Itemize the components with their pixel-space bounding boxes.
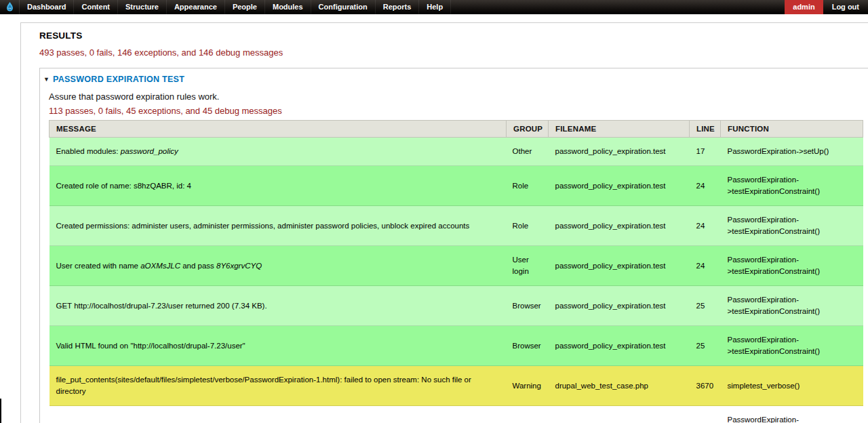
function-cell: PasswordExpiration->testExpirationConstr… bbox=[721, 406, 863, 423]
message-text: GET http://localhost/drupal-7.23/user re… bbox=[56, 302, 267, 310]
toolbar-item-modules[interactable]: Modules bbox=[265, 0, 311, 14]
message-cell: GET http://localhost/drupal-7.23/user re… bbox=[50, 286, 507, 326]
result-row: Verbose messageDebugpassword_policy_expi… bbox=[50, 406, 863, 423]
results-table-body: Enabled modules: password_policyOtherpas… bbox=[50, 138, 863, 423]
message-cell: Created role of name: s8hzQABR, id: 4 bbox=[50, 166, 507, 206]
toolbar-item-people[interactable]: People bbox=[225, 0, 265, 14]
filename-cell: drupal_web_test_case.php bbox=[549, 366, 690, 406]
message-text: and pass bbox=[180, 262, 216, 270]
function-cell: PasswordExpiration->testExpirationConstr… bbox=[721, 326, 863, 366]
line-cell: 25 bbox=[690, 406, 721, 423]
group-cell: Role bbox=[507, 166, 549, 206]
group-cell: Role bbox=[507, 206, 549, 246]
line-cell: 24 bbox=[690, 246, 721, 286]
filename-cell: password_policy_expiration.test bbox=[549, 166, 690, 206]
viewport-edge-artifact bbox=[0, 399, 1, 423]
toolbar-item-dashboard[interactable]: Dashboard bbox=[20, 0, 74, 14]
main-content: RESULTS 493 passes, 0 fails, 146 excepti… bbox=[20, 22, 868, 423]
message-emphasis: password_policy bbox=[121, 147, 178, 155]
function-cell: simpletest_verbose() bbox=[721, 366, 863, 406]
message-cell: User created with name aOXMsJLC and pass… bbox=[50, 246, 507, 286]
message-text: file_put_contents(sites/default/files/si… bbox=[56, 376, 471, 395]
filename-cell: password_policy_expiration.test bbox=[549, 406, 690, 423]
column-header-function: FUNCTION bbox=[721, 121, 863, 138]
column-header-message: MESSAGE bbox=[50, 121, 507, 138]
toolbar-item-configuration[interactable]: Configuration bbox=[311, 0, 376, 14]
function-cell: PasswordExpiration->testExpirationConstr… bbox=[721, 206, 863, 246]
message-text: User created with name bbox=[56, 262, 141, 270]
message-cell: Created permissions: administer users, a… bbox=[50, 206, 507, 246]
results-table: MESSAGEGROUPFILENAMELINEFUNCTION Enabled… bbox=[49, 120, 863, 423]
message-cell: Valid HTML found on "http://localhost/dr… bbox=[50, 326, 507, 366]
line-cell: 25 bbox=[690, 286, 721, 326]
line-cell: 17 bbox=[690, 138, 721, 166]
message-emphasis: aOXMsJLC bbox=[140, 262, 180, 270]
toolbar-item-reports[interactable]: Reports bbox=[376, 0, 420, 14]
line-cell: 25 bbox=[690, 326, 721, 366]
message-cell: Enabled modules: password_policy bbox=[50, 138, 507, 166]
message-text: Valid HTML found on "http://localhost/dr… bbox=[56, 342, 245, 350]
group-cell: Debug bbox=[507, 406, 549, 423]
result-row: User created with name aOXMsJLC and pass… bbox=[50, 246, 863, 286]
filename-cell: password_policy_expiration.test bbox=[549, 246, 690, 286]
result-row: Valid HTML found on "http://localhost/dr… bbox=[50, 326, 863, 366]
function-cell: PasswordExpiration->testExpirationConstr… bbox=[721, 286, 863, 326]
line-cell: 24 bbox=[690, 206, 721, 246]
function-cell: PasswordExpiration->testExpirationConstr… bbox=[721, 246, 863, 286]
fieldset-description: Assure that password expiration rules wo… bbox=[49, 92, 868, 102]
column-header-filename: FILENAME bbox=[549, 121, 690, 138]
admin-user-button[interactable]: admin bbox=[785, 0, 823, 14]
collapse-arrow-icon: ▼ bbox=[43, 77, 50, 83]
fieldset-title-link[interactable]: PASSWORD EXPIRATION TEST bbox=[53, 75, 184, 84]
line-cell: 24 bbox=[690, 166, 721, 206]
test-fieldset: ▼ PASSWORD EXPIRATION TEST Assure that p… bbox=[39, 68, 868, 423]
message-text: Created permissions: administer users, a… bbox=[56, 222, 470, 230]
toolbar-item-content[interactable]: Content bbox=[74, 0, 118, 14]
toolbar-menu: DashboardContentStructureAppearancePeopl… bbox=[20, 0, 451, 14]
table-header-row: MESSAGEGROUPFILENAMELINEFUNCTION bbox=[50, 121, 863, 138]
message-cell: Verbose message bbox=[50, 406, 507, 423]
filename-cell: password_policy_expiration.test bbox=[549, 138, 690, 166]
message-text: Enabled modules: bbox=[56, 147, 121, 155]
fieldset-summary: 113 passes, 0 fails, 45 exceptions, and … bbox=[49, 106, 868, 116]
message-emphasis: 8Y6xgrvCYQ bbox=[216, 262, 262, 270]
toolbar-spacer bbox=[451, 0, 785, 14]
toolbar-item-help[interactable]: Help bbox=[419, 0, 451, 14]
message-cell: file_put_contents(sites/default/files/si… bbox=[50, 366, 507, 406]
result-row: file_put_contents(sites/default/files/si… bbox=[50, 366, 863, 406]
function-cell: PasswordExpiration->testExpirationConstr… bbox=[721, 166, 863, 206]
group-cell: Browser bbox=[507, 326, 549, 366]
overall-summary: 493 passes, 0 fails, 146 exceptions, and… bbox=[39, 47, 868, 58]
filename-cell: password_policy_expiration.test bbox=[549, 206, 690, 246]
column-header-group: GROUP bbox=[507, 121, 549, 138]
result-row: Enabled modules: password_policyOtherpas… bbox=[50, 138, 863, 166]
result-row: GET http://localhost/drupal-7.23/user re… bbox=[50, 286, 863, 326]
filename-cell: password_policy_expiration.test bbox=[549, 286, 690, 326]
group-cell: Warning bbox=[507, 366, 549, 406]
admin-toolbar: DashboardContentStructureAppearancePeopl… bbox=[0, 0, 868, 14]
group-cell: Browser bbox=[507, 286, 549, 326]
group-cell: User login bbox=[507, 246, 549, 286]
logout-button[interactable]: Log out bbox=[823, 0, 868, 14]
column-header-line: LINE bbox=[690, 121, 721, 138]
result-row: Created role of name: s8hzQABR, id: 4Rol… bbox=[50, 166, 863, 206]
result-row: Created permissions: administer users, a… bbox=[50, 206, 863, 246]
function-cell: PasswordExpiration->setUp() bbox=[721, 138, 863, 166]
drupal-logo-icon[interactable] bbox=[0, 0, 20, 14]
toolbar-item-structure[interactable]: Structure bbox=[118, 0, 167, 14]
filename-cell: password_policy_expiration.test bbox=[549, 326, 690, 366]
toolbar-item-appearance[interactable]: Appearance bbox=[167, 0, 225, 14]
message-text: Created role of name: s8hzQABR, id: 4 bbox=[56, 182, 191, 190]
fieldset-legend[interactable]: ▼ PASSWORD EXPIRATION TEST bbox=[40, 68, 868, 84]
line-cell: 3670 bbox=[690, 366, 721, 406]
results-heading: RESULTS bbox=[39, 31, 868, 41]
group-cell: Other bbox=[507, 138, 549, 166]
